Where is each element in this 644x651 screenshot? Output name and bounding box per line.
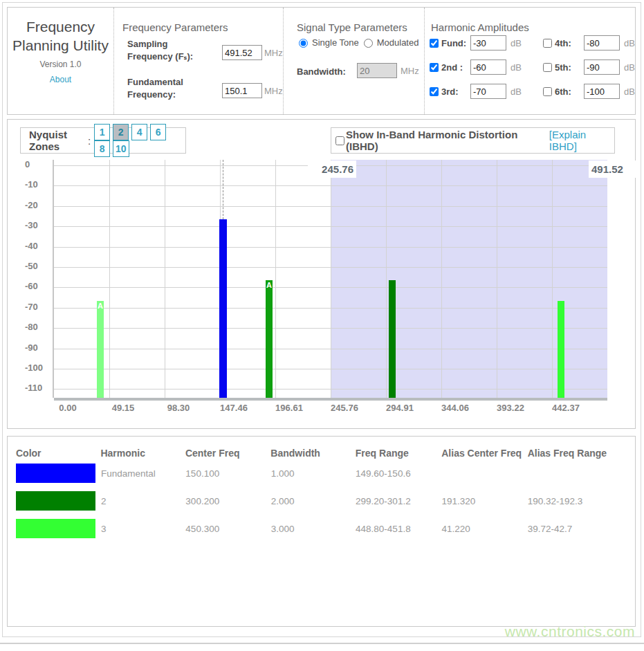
harmonics-table: ColorHarmonicCenter FreqBandwidthFreq Ra… — [16, 446, 631, 542]
harmonic-amplitude-row: 2nd :dB — [430, 59, 522, 75]
harmonic-amplitude-row: 4th:dB — [543, 35, 635, 51]
x-axis-tick-label: 294.91 — [376, 403, 424, 413]
harmonic-amplitude-input[interactable] — [470, 59, 506, 75]
v-gridline — [331, 160, 331, 398]
y-axis-tick-label: 0 — [25, 159, 55, 169]
table-cell-alias_center_freq: 191.320 — [441, 487, 527, 515]
watermark: www.cntronics.com — [505, 623, 635, 640]
y-axis-tick-label: -10 — [25, 179, 55, 190]
harmonic-unit: dB — [510, 38, 522, 48]
y-axis-tick-label: -20 — [25, 200, 55, 210]
harmonic-2nd-checkbox[interactable] — [430, 63, 439, 72]
fundamental-frequency-input[interactable] — [222, 83, 262, 98]
table-cell-freq_range: 448.80-451.8 — [356, 515, 441, 542]
x-axis-baseline — [54, 398, 607, 401]
x-axis-tick-label: 393.22 — [486, 403, 535, 413]
bandwidth-input — [357, 63, 397, 78]
harmonic-label: 4th: — [555, 38, 584, 48]
table-header-alias-freq-range: Alias Freq Range — [528, 446, 631, 459]
zone-end-frequency-label: 491.52 — [589, 161, 638, 178]
color-cell — [16, 515, 101, 542]
table-cell-harmonic: 3 — [101, 515, 185, 542]
table-cell-bandwidth: 2.000 — [271, 487, 356, 515]
app-version: Version 1.0 — [8, 59, 113, 69]
frequency-planning-utility-app: Frequency Planning Utility Version 1.0 A… — [0, 0, 644, 651]
harmonic-unit: dB — [510, 62, 522, 73]
x-axis-tick-label: 0.00 — [44, 403, 92, 413]
table-row: Fundamental150.1001.000149.60-150.6 — [16, 459, 631, 487]
single-tone-radio[interactable] — [299, 39, 308, 48]
v-gridline — [165, 160, 165, 398]
v-gridline — [109, 160, 110, 398]
table-header-bandwidth: Bandwidth — [270, 446, 355, 459]
harmonic-amplitude-row: 3rd:dB — [430, 84, 522, 99]
y-axis-tick-label: -70 — [25, 302, 55, 312]
harmonic-label: Fund: — [441, 38, 470, 48]
harmonic-unit: dB — [510, 86, 522, 97]
bandwidth-unit: MHz — [401, 66, 419, 76]
v-gridline — [386, 160, 387, 398]
harmonic-fund-checkbox[interactable] — [430, 39, 439, 48]
parameters-panel: Frequency Planning Utility Version 1.0 A… — [7, 7, 636, 115]
table-cell-freq_range: 299.20-301.2 — [356, 487, 441, 515]
v-gridline — [497, 160, 497, 398]
table-cell-alias_freq_range: 190.32-192.3 — [528, 487, 631, 515]
second-harmonic-alias-bar: A — [266, 280, 273, 398]
v-gridline — [552, 160, 553, 398]
table-header-row: ColorHarmonicCenter FreqBandwidthFreq Ra… — [16, 446, 631, 459]
harmonic-5th-checkbox[interactable] — [543, 63, 552, 72]
app-title-section: Frequency Planning Utility Version 1.0 A… — [8, 8, 113, 114]
table-header-color: Color — [16, 446, 100, 459]
harmonic-amplitude-input[interactable] — [470, 35, 506, 51]
table-cell-alias_freq_range — [528, 459, 631, 487]
frequency-parameters-title: Frequency Parameters — [122, 21, 228, 33]
sampling-frequency-input[interactable] — [222, 45, 262, 60]
y-axis-tick-label: -100 — [25, 363, 55, 373]
harmonic-label: 5th: — [555, 62, 584, 73]
table-header-harmonic: Harmonic — [100, 446, 185, 459]
harmonics-table-panel: ColorHarmonicCenter FreqBandwidthFreq Ra… — [7, 436, 636, 627]
harmonic-amplitude-row: 5th:dB — [543, 59, 635, 75]
harmonic-4th-checkbox[interactable] — [543, 39, 552, 48]
harmonic-label: 3rd: — [441, 86, 470, 97]
table-cell-harmonic: 2 — [101, 487, 185, 515]
harmonic-amplitude-input[interactable] — [470, 84, 506, 99]
harmonic-amplitude-input[interactable] — [584, 35, 620, 51]
third-harmonic-alias-bar: A — [97, 301, 104, 398]
x-axis-tick-label: 196.61 — [265, 403, 313, 413]
harmonic-unit: dB — [624, 38, 635, 48]
table-header-freq-range: Freq Range — [356, 446, 441, 459]
table-cell-alias_center_freq — [441, 459, 527, 487]
table-row: 3450.3003.000448.80-451.841.22039.72-42.… — [16, 515, 631, 542]
modulated-radio[interactable] — [364, 39, 373, 48]
table-cell-alias_center_freq: 41.220 — [441, 515, 527, 542]
color-cell — [16, 487, 101, 515]
about-link[interactable]: About — [8, 75, 113, 84]
nyquist-zone-2-shaded-region — [331, 160, 607, 398]
table-header-center-freq: Center Freq — [185, 446, 270, 459]
harmonic-amplitude-input[interactable] — [584, 59, 620, 75]
harmonic-amplitudes-section: Harmonic Amplitudes Fund:dB2nd :dB3rd:dB… — [424, 8, 636, 114]
x-axis-tick-label: 442.37 — [542, 403, 590, 413]
alias-marker: A — [266, 281, 273, 289]
x-axis-tick-label: 98.30 — [154, 403, 203, 413]
y-axis-tick-label: -80 — [25, 322, 55, 332]
harmonic-amplitude-input[interactable] — [584, 84, 620, 99]
table-cell-freq_range: 149.60-150.6 — [356, 459, 441, 487]
zone-start-frequency-label: 245.76 — [308, 161, 356, 178]
y-axis-tick-label: -60 — [25, 281, 55, 291]
harmonic-unit: dB — [624, 86, 635, 97]
harmonic-unit: dB — [624, 62, 635, 73]
frequency-parameters-section: Frequency Parameters Sampling Frequency … — [113, 8, 283, 114]
harmonic-amplitudes-title: Harmonic Amplitudes — [431, 21, 529, 33]
harmonic-6th-checkbox[interactable] — [543, 87, 552, 96]
chart-panel: Nyquist Zones : 1246810 Show In-Band Har… — [7, 119, 636, 429]
table-cell-alias_freq_range: 39.72-42.7 — [528, 515, 631, 542]
table-cell-bandwidth: 3.000 — [271, 515, 356, 542]
modulated-label: Modulated — [377, 37, 419, 48]
fundamental-frequency-label: Fundamental Frequency: — [127, 76, 214, 101]
table-header-alias-center-freq: Alias Center Freq — [441, 446, 527, 459]
harmonic-3rd-checkbox[interactable] — [430, 87, 439, 96]
x-axis-tick-label: 147.46 — [210, 403, 258, 413]
app-title: Frequency Planning Utility — [8, 17, 113, 55]
